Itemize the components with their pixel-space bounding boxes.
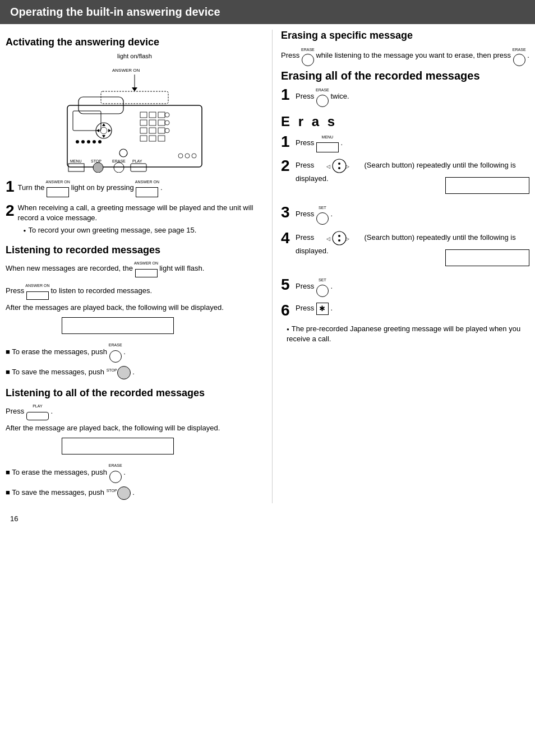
step2-num: 2 xyxy=(6,203,15,219)
svg-point-48 xyxy=(338,167,340,169)
right-column: Erasing a specific message Press ERASE w… xyxy=(281,30,529,503)
svg-point-46 xyxy=(333,159,346,173)
svg-rect-11 xyxy=(149,120,156,126)
eras-step5-row: 5 Press SET . xyxy=(281,277,529,297)
erase-all-step1-body: Press ERASE twice. xyxy=(296,87,529,107)
listen-press-suffix: to listen to recorded messages. xyxy=(50,287,152,295)
column-divider xyxy=(272,30,273,503)
erase-all-step1: 1 Press ERASE twice. xyxy=(281,87,529,107)
listen-all-erase-btn xyxy=(109,471,122,483)
listen-all-stop-label: STOP xyxy=(107,489,117,493)
left-column: Activating the answering device light on… xyxy=(6,30,264,503)
svg-rect-14 xyxy=(140,128,147,133)
svg-point-47 xyxy=(338,163,340,165)
page-content: Activating the answering device light on… xyxy=(0,30,535,503)
svg-marker-31 xyxy=(96,129,99,132)
step1-num: 1 xyxy=(6,179,15,194)
eras-step3-btn xyxy=(316,212,329,225)
svg-text:◁: ◁ xyxy=(326,236,330,242)
eras-step6-num: 6 xyxy=(281,303,292,318)
listen-all-save-bullet: ■ To save the messages, push STOP . xyxy=(6,486,264,500)
listen-all-title: Listening to all of the recorded message… xyxy=(6,387,264,399)
step1-btn2 xyxy=(136,187,158,197)
erase-all-title: Erasing all of the recorded messages xyxy=(281,69,529,82)
eras-step3-num: 3 xyxy=(281,205,292,220)
step1-period: . xyxy=(160,183,163,192)
eras-step3-row: 3 Press SET . xyxy=(281,205,529,225)
svg-marker-32 xyxy=(108,129,111,132)
listen-intro-btn-label: ANSWER ON xyxy=(134,261,158,265)
listen-all-btn-wrap: PLAY xyxy=(26,411,49,420)
svg-point-42 xyxy=(178,154,183,158)
listen-all-after: After the message are played back, the f… xyxy=(6,424,264,432)
svg-rect-6 xyxy=(140,112,147,118)
step1-btn1 xyxy=(47,187,69,197)
erase-all-step1-btn-wrap: ERASE xyxy=(316,95,329,107)
listen-erase-btn-wrap: ERASE xyxy=(109,350,122,363)
svg-rect-18 xyxy=(140,136,147,141)
listen-after-text: After the messages are played back, the … xyxy=(6,303,264,312)
svg-text:▷: ▷ xyxy=(345,236,349,242)
svg-point-53 xyxy=(338,239,340,242)
listen-press-btn xyxy=(26,291,49,300)
eras-step5-body: Press SET . xyxy=(296,277,529,297)
eras-step4-display xyxy=(445,249,529,266)
eras-step1-row: 1 Press MENU . xyxy=(281,134,529,152)
eras-step4-row: 4 Press ◁ ▷ (Search button) repeatedly u… xyxy=(281,230,529,271)
device-illustration: light on/flash ANSWER ON xyxy=(6,53,264,174)
svg-marker-29 xyxy=(102,123,105,126)
svg-text:◁: ◁ xyxy=(326,164,330,169)
listen-all-btn-label: PLAY xyxy=(33,404,42,408)
svg-text:MENU: MENU xyxy=(70,159,82,163)
listen-press-btn-wrap: ANSWER ON xyxy=(26,291,49,300)
svg-point-9 xyxy=(165,113,169,117)
step1-btn1-wrap: ANSWER ON xyxy=(47,187,69,197)
listen-all-erase-label: ERASE xyxy=(109,463,122,467)
page-header: Operating the built-in answering device xyxy=(0,0,535,24)
svg-rect-16 xyxy=(158,128,165,133)
eras-step1-btn xyxy=(316,142,339,152)
listen-display-box xyxy=(62,317,174,334)
svg-point-22 xyxy=(76,140,79,143)
svg-rect-7 xyxy=(149,112,156,118)
eras-step6-body: Press ✱ . xyxy=(296,303,529,315)
svg-rect-12 xyxy=(158,120,165,126)
erase-specific-title: Erasing a specific message xyxy=(281,30,529,41)
svg-point-43 xyxy=(185,154,190,158)
eras-step3-btn-wrap: SET xyxy=(316,212,329,225)
step1-btn1-label: ANSWER ON xyxy=(46,179,70,185)
eras-step5-btn-wrap: SET xyxy=(316,285,329,297)
listen-intro2: light will flash. xyxy=(159,265,204,273)
listen-all-display-box xyxy=(62,438,174,454)
eras-step6-row: 6 Press ✱ . xyxy=(281,303,529,318)
svg-point-39 xyxy=(114,163,124,173)
eras-step1-body: Press MENU . xyxy=(296,134,529,152)
eras-step2-row: 2 Press ◁ ▷ (Search button) repeatedly u… xyxy=(281,158,529,199)
eras-step4-num: 4 xyxy=(281,230,292,246)
listen-erase-btn-label: ERASE xyxy=(109,343,122,347)
eras-step2-num: 2 xyxy=(281,158,292,174)
listen-intro1: When new messages are recorded, the xyxy=(6,265,133,273)
svg-point-26 xyxy=(98,140,102,143)
listen-press-prefix: Press xyxy=(6,287,24,295)
listen-all-stop-btn xyxy=(117,486,131,500)
step1-btn2-label: ANSWER ON xyxy=(135,179,159,185)
svg-rect-10 xyxy=(140,120,147,126)
erase-specific-btn1-wrap: ERASE xyxy=(302,54,314,66)
step1-prefix: Turn the xyxy=(18,183,45,192)
svg-point-17 xyxy=(165,128,169,133)
eras-step5-num: 5 xyxy=(281,277,292,293)
step1-block: 1 Turn the ANSWER ON light on by pressin… xyxy=(6,179,264,197)
svg-rect-19 xyxy=(149,136,156,141)
search-btn2-svg: ◁ ▷ xyxy=(325,230,353,246)
header-title: Operating the built-in answering device xyxy=(10,6,220,18)
step1-middle: light on by pressing xyxy=(71,183,134,192)
svg-point-51 xyxy=(333,231,346,245)
svg-rect-41 xyxy=(131,164,146,171)
step1-text: Turn the ANSWER ON light on by pressing … xyxy=(18,179,264,197)
eras-step5-btn xyxy=(316,285,329,297)
step2-block: 2 When receiving a call, a greeting mess… xyxy=(6,203,264,238)
listen-all-erase-btn-wrap: ERASE xyxy=(109,471,122,483)
listen-intro-btn xyxy=(135,269,158,277)
listen-intro-btn-wrap: ANSWER ON xyxy=(135,268,158,277)
